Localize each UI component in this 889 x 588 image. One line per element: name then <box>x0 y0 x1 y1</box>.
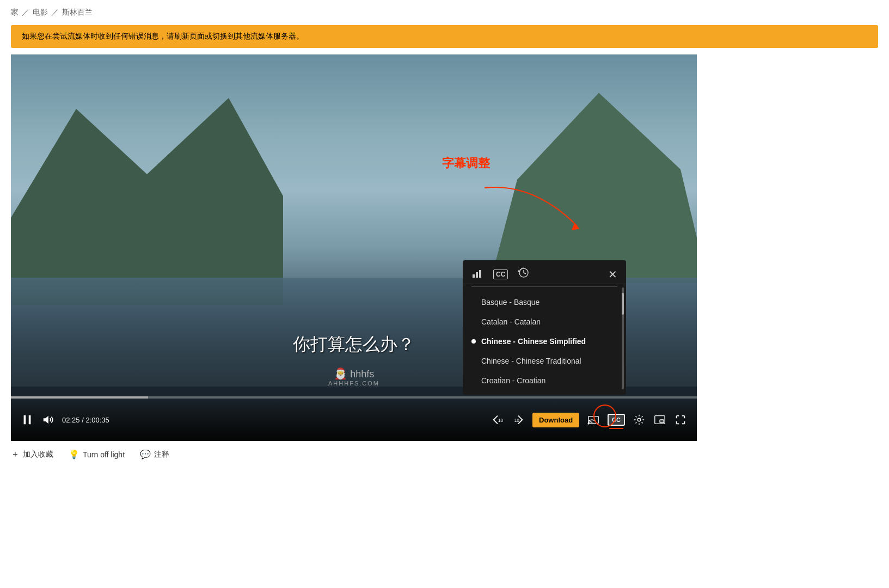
caption-menu-items: Basque - Basque Catalan - Catalan Chines… <box>463 289 626 395</box>
mountain-right <box>490 76 697 283</box>
cc-button[interactable]: CC <box>608 414 625 426</box>
download-button[interactable]: Download <box>532 413 579 427</box>
cc-menu-icon[interactable]: CC <box>493 270 508 279</box>
caption-label-basque: Basque - Basque <box>481 298 539 307</box>
svg-point-12 <box>588 423 590 425</box>
watermark-logo: 🎅 hhhfs <box>328 367 379 380</box>
breadcrumb-title[interactable]: 斯林百兰 <box>62 8 93 17</box>
breadcrumb: 家 ／ 电影 ／ 斯林百兰 <box>0 0 889 25</box>
breadcrumb-home[interactable]: 家 <box>11 8 19 17</box>
mountain-left <box>11 87 283 305</box>
turn-off-light-btn[interactable]: 💡 Turn off light <box>69 449 125 460</box>
total-time: 2:00:35 <box>85 416 109 424</box>
notes-icon: 💬 <box>140 449 151 460</box>
svg-rect-1 <box>473 274 475 278</box>
svg-point-13 <box>637 418 641 421</box>
fullscreen-icon <box>675 414 686 426</box>
svg-rect-15 <box>660 420 664 423</box>
skip-back-button[interactable]: 10 <box>491 414 504 426</box>
pip-button[interactable] <box>653 414 666 426</box>
quality-icon[interactable] <box>471 267 483 281</box>
caption-label-chinese-traditional: Chinese - Chinese Traditional <box>481 357 581 365</box>
pip-icon <box>654 414 666 426</box>
breadcrumb-movies[interactable]: 电影 <box>33 8 48 17</box>
add-favorite-label: 加入收藏 <box>23 450 53 460</box>
warning-banner: 如果您在尝试流媒体时收到任何错误消息，请刷新页面或切换到其他流媒体服务器。 <box>11 25 878 48</box>
notes-label: 注释 <box>154 450 169 460</box>
watermark-site: AHHHFS.COM <box>328 380 379 387</box>
history-icon[interactable] <box>518 267 530 281</box>
caption-scrollbar[interactable] <box>622 287 624 389</box>
caption-scrollbar-thumb <box>622 293 624 315</box>
caption-menu-header: CC ✕ <box>463 260 626 284</box>
skip-forward-icon: 10 <box>512 414 524 426</box>
caption-menu-close-btn[interactable]: ✕ <box>608 268 617 281</box>
skip-back-icon: 10 <box>492 414 504 426</box>
selected-dot <box>471 339 476 344</box>
caption-menu-divider <box>471 286 617 287</box>
caption-item-croatian[interactable]: Croatian - Croatian <box>463 371 626 390</box>
notes-btn[interactable]: 💬 注释 <box>140 449 169 460</box>
volume-button[interactable] <box>41 414 54 426</box>
svg-rect-6 <box>24 415 26 425</box>
pause-icon <box>21 414 33 426</box>
breadcrumb-sep1: ／ <box>22 8 29 17</box>
breadcrumb-sep2: ／ <box>51 8 59 17</box>
watermark: 🎅 hhhfs AHHHFS.COM <box>328 367 379 387</box>
caption-item-chinese-traditional[interactable]: Chinese - Chinese Traditional <box>463 351 626 371</box>
svg-text:10: 10 <box>498 418 504 423</box>
subtitle-secondary: 你打算怎么办？ <box>293 333 415 357</box>
svg-text:10: 10 <box>514 418 520 423</box>
caption-menu[interactable]: CC ✕ Basque - Basque <box>463 260 626 395</box>
add-favorite-icon: ＋ <box>11 449 20 460</box>
warning-text: 如果您在尝试流媒体时收到任何错误消息，请刷新页面或切换到其他流媒体服务器。 <box>22 32 304 40</box>
caption-label-catalan: Catalan - Catalan <box>481 317 541 326</box>
watermark-brand: hhhfs <box>350 369 374 379</box>
caption-menu-icons: CC <box>471 267 530 281</box>
settings-icon <box>633 414 645 426</box>
caption-label-croatian: Croatian - Croatian <box>481 376 545 385</box>
svg-rect-7 <box>29 415 31 425</box>
cast-icon <box>587 414 599 426</box>
action-bar: ＋ 加入收藏 💡 Turn off light 💬 注释 <box>11 449 878 460</box>
pause-button[interactable] <box>21 414 34 426</box>
cast-button[interactable] <box>587 414 600 426</box>
svg-rect-3 <box>479 270 481 278</box>
caption-label-chinese-simplified: Chinese - Chinese Simplified <box>481 337 586 346</box>
fullscreen-button[interactable] <box>674 414 687 426</box>
cc-label: CC <box>612 416 621 423</box>
light-icon: 💡 <box>69 449 79 460</box>
video-controls: 02:25 / 2:00:35 10 10 Download <box>11 399 697 441</box>
add-favorite-btn[interactable]: ＋ 加入收藏 <box>11 449 53 460</box>
svg-rect-2 <box>476 272 478 278</box>
settings-button[interactable] <box>633 414 646 426</box>
caption-item-catalan[interactable]: Catalan - Catalan <box>463 312 626 332</box>
turn-off-light-label: Turn off light <box>83 450 125 459</box>
time-display: 02:25 / 2:00:35 <box>62 416 109 424</box>
svg-marker-8 <box>44 416 48 424</box>
video-player[interactable]: 字幕调整 你打算怎么办？ 🎅 hhhfs AHHHFS.COM <box>11 54 697 441</box>
current-time: 02:25 <box>62 416 80 424</box>
skip-forward-button[interactable]: 10 <box>512 414 525 426</box>
volume-icon <box>42 414 54 426</box>
caption-item-chinese-simplified[interactable]: Chinese - Chinese Simplified <box>463 332 626 351</box>
caption-item-basque[interactable]: Basque - Basque <box>463 292 626 312</box>
